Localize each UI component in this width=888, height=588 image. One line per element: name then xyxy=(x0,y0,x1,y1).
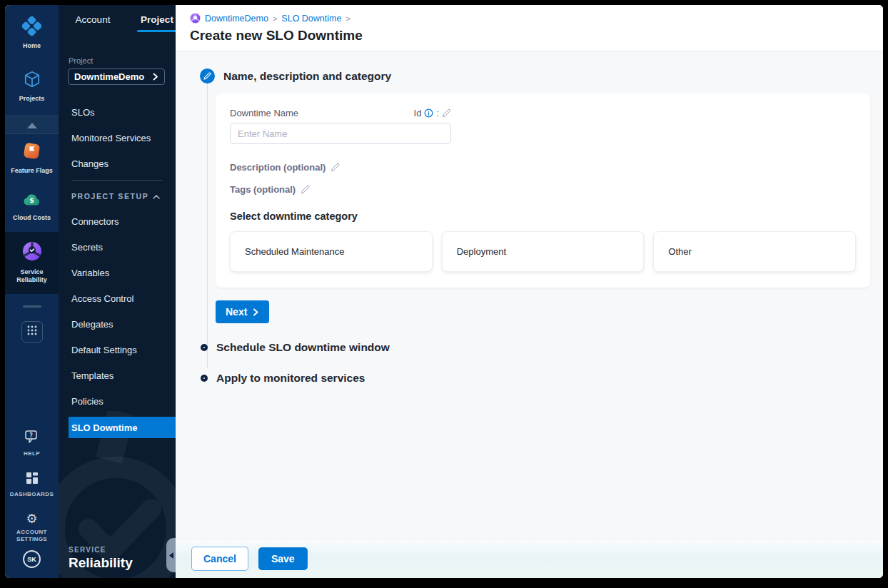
app-window: Home Projects Feature Flags $ Cloud Cost… xyxy=(5,5,883,578)
chevron-right-icon xyxy=(253,308,259,316)
project-selector-value: DowntimeDemo xyxy=(74,71,144,82)
breadcrumb-separator-2: > xyxy=(345,14,350,23)
sidebar-item-secrets[interactable]: Secrets xyxy=(59,234,176,260)
description-row[interactable]: Description (optional) xyxy=(230,162,856,173)
nav-cloud-costs[interactable]: $ Cloud Costs xyxy=(5,188,59,225)
svg-text:?: ? xyxy=(29,432,33,439)
nav-service-reliability[interactable]: Service Reliability xyxy=(5,232,59,294)
breadcrumb-separator: > xyxy=(273,14,277,23)
sidebar-menu: SLOs Monitored Services Changes PROJECT … xyxy=(59,99,176,438)
name-description-form: Downtime Name Id : Description (opt xyxy=(216,93,870,288)
downtime-name-input[interactable] xyxy=(230,123,451,144)
step-1-header[interactable]: Name, description and category xyxy=(200,69,870,83)
sidebar-item-policies[interactable]: Policies xyxy=(59,388,176,414)
dashboards-icon xyxy=(26,472,39,487)
nav-service-reliability-label: Service Reliability xyxy=(6,268,57,285)
rail-scroll-up[interactable] xyxy=(5,116,59,134)
scope-tabs: Account Project xyxy=(59,5,176,32)
sidebar-item-slos[interactable]: SLOs xyxy=(59,99,176,125)
projects-cube-icon xyxy=(23,70,41,91)
chevron-up-icon xyxy=(153,192,160,201)
nav-dashboards-label: DASHBOARDS xyxy=(10,491,54,498)
cancel-button[interactable]: Cancel xyxy=(191,547,248,571)
step-3-title: Apply to monitored services xyxy=(216,372,365,385)
project-selector[interactable]: DowntimeDemo xyxy=(68,69,165,85)
next-button[interactable]: Next xyxy=(216,300,269,323)
project-setup-section-toggle[interactable]: PROJECT SETUP xyxy=(59,184,176,208)
tab-project[interactable]: Project xyxy=(137,14,176,32)
tab-account-label: Account xyxy=(76,14,111,25)
service-reliability-icon xyxy=(21,240,43,265)
module-selector-button[interactable] xyxy=(21,321,43,343)
chevron-right-icon xyxy=(153,71,158,83)
category-card-other[interactable]: Other xyxy=(653,231,856,272)
sidebar-item-templates[interactable]: Templates xyxy=(59,363,176,388)
step-2-header[interactable]: Schedule SLO downtime window xyxy=(200,341,870,354)
wizard-content: Name, description and category Downtime … xyxy=(176,51,883,539)
tags-row[interactable]: Tags (optional) xyxy=(230,184,856,195)
main-area: DowntimeDemo > SLO Downtime > Create new… xyxy=(176,5,883,578)
rail-divider xyxy=(5,294,59,320)
description-label: Description (optional) xyxy=(230,162,326,173)
cloud-costs-icon: $ xyxy=(22,191,42,211)
nav-projects[interactable]: Projects xyxy=(5,67,59,106)
edit-description-pencil-icon[interactable] xyxy=(331,163,340,172)
sidebar-item-changes[interactable]: Changes xyxy=(59,151,176,176)
id-colon: : xyxy=(436,108,439,118)
step-1-active-icon xyxy=(200,69,215,83)
module-name: Reliability xyxy=(69,555,133,571)
tab-project-label: Project xyxy=(141,14,173,25)
sidebar-collapse-button[interactable] xyxy=(166,538,176,572)
nav-cloud-costs-label: Cloud Costs xyxy=(13,214,51,222)
step-3-header[interactable]: Apply to monitored services xyxy=(200,372,870,385)
info-icon[interactable] xyxy=(424,108,433,118)
step-connector-line xyxy=(207,80,208,368)
sidebar-item-delegates[interactable]: Delegates xyxy=(59,311,176,337)
nav-home[interactable]: Home xyxy=(5,14,59,53)
nav-account-settings[interactable]: ⚙ ACCOUNT SETTINGS xyxy=(5,510,59,546)
next-button-label: Next xyxy=(226,306,247,318)
id-label: Id xyxy=(414,108,422,118)
sidebar-item-slo-downtime[interactable]: SLO Downtime xyxy=(69,417,176,438)
category-card-scheduled-maintenance[interactable]: Scheduled Maintenance xyxy=(230,231,433,272)
sidebar-item-monitored-services[interactable]: Monitored Services xyxy=(59,125,176,151)
save-button[interactable]: Save xyxy=(258,547,308,570)
nav-dashboards[interactable]: DASHBOARDS xyxy=(5,469,59,501)
breadcrumb-project-link[interactable]: DowntimeDemo xyxy=(205,14,268,24)
category-card-deployment[interactable]: Deployment xyxy=(442,231,645,272)
edit-id-pencil-icon[interactable] xyxy=(442,108,451,118)
module-rail: Home Projects Feature Flags $ Cloud Cost… xyxy=(5,5,59,578)
grid-icon xyxy=(27,325,37,338)
breadcrumb-slo-downtime-link[interactable]: SLO Downtime xyxy=(281,14,341,24)
nav-home-label: Home xyxy=(23,42,41,50)
project-setup-label: PROJECT SETUP xyxy=(71,192,148,201)
action-footer: Cancel Save xyxy=(176,539,883,578)
scroll-up-icon xyxy=(27,118,37,131)
page-title: Create new SLO Downtime xyxy=(190,28,869,44)
nav-projects-label: Projects xyxy=(19,95,45,103)
edit-tags-pencil-icon[interactable] xyxy=(301,185,310,194)
sidebar-item-access-control[interactable]: Access Control xyxy=(59,285,176,311)
srm-module-icon xyxy=(190,13,201,24)
sidebar-item-default-settings[interactable]: Default Settings xyxy=(59,337,176,363)
page-header: DowntimeDemo > SLO Downtime > Create new… xyxy=(176,5,883,51)
nav-help-label: HELP xyxy=(24,450,40,457)
tags-label: Tags (optional) xyxy=(230,184,296,195)
step-3-radio-icon xyxy=(201,375,208,382)
sidebar-item-variables[interactable]: Variables xyxy=(59,260,176,285)
tab-account[interactable]: Account xyxy=(73,14,113,32)
sidebar-item-connectors[interactable]: Connectors xyxy=(59,208,176,234)
project-field-label: Project xyxy=(69,56,176,65)
menu-divider xyxy=(71,180,163,181)
nav-account-settings-label: ACCOUNT SETTINGS xyxy=(11,529,53,543)
downtime-name-label: Downtime Name xyxy=(230,108,298,118)
step-2-radio-icon xyxy=(201,344,208,351)
user-avatar[interactable]: SK xyxy=(23,550,41,568)
nav-feature-flags[interactable]: Feature Flags xyxy=(5,138,59,178)
feature-flags-icon xyxy=(22,141,41,163)
help-chat-icon: ? xyxy=(24,430,40,447)
project-sidebar: Account Project Project DowntimeDemo SLO… xyxy=(59,5,176,578)
gear-icon: ⚙ xyxy=(26,512,37,525)
nav-help[interactable]: ? HELP xyxy=(5,427,59,460)
module-tag: SERVICE xyxy=(69,546,133,554)
